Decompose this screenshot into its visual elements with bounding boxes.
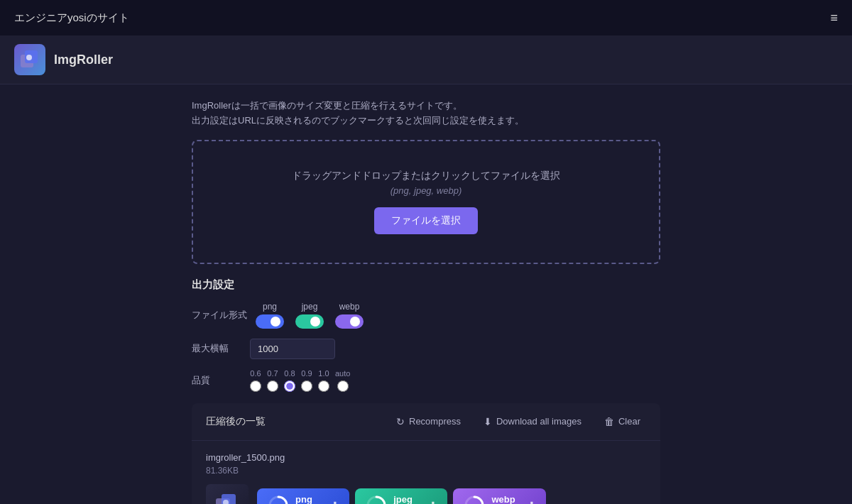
quality-08: 0.8 (284, 369, 295, 392)
quality-10: 1.0 (318, 369, 329, 392)
quality-06: 0.6 (250, 369, 261, 392)
quality-09: 0.9 (301, 369, 312, 392)
logo-bar: ImgRoller (0, 35, 852, 84)
png-toggle-item: png (256, 302, 284, 329)
file-row: -61% png 31.90KB ⬇ (206, 484, 646, 504)
png-info: png 31.90KB (295, 494, 325, 504)
webp-progress: -68% (463, 494, 486, 504)
settings-title: 出力設定 (192, 278, 660, 292)
max-width-label: 最大横幅 (192, 342, 241, 355)
quality-radio-07[interactable] (267, 380, 278, 392)
file-select-button[interactable]: ファイルを選択 (374, 207, 478, 234)
download-icon: ⬇ (484, 416, 492, 427)
webp-dl-icon: ⬇ (528, 500, 536, 504)
jpeg-download-button[interactable]: -41% jpeg 48.08KB ⬇ (355, 488, 447, 504)
desc-line1: ImgRollerは一括で画像のサイズ変更と圧縮を行えるサイトです。 (192, 99, 660, 114)
jpeg-toggle[interactable] (295, 314, 324, 329)
quality-radio-09[interactable] (301, 380, 312, 392)
quality-07: 0.7 (267, 369, 278, 392)
webp-toggle-item: webp (335, 302, 364, 329)
navbar: エンジニアyosiのサイト ≡ (0, 0, 852, 35)
description: ImgRollerは一括で画像のサイズ変更と圧縮を行えるサイトです。 出力設定は… (192, 99, 660, 128)
png-progress: -61% (267, 494, 290, 504)
file-item: imgroller_1500.png 81.36KB (192, 441, 660, 504)
quality-radio-06[interactable] (250, 380, 261, 392)
jpeg-info: jpeg 48.08KB (393, 494, 423, 504)
quality-options: 0.6 0.7 0.8 0.9 1.0 (250, 369, 356, 392)
recompress-icon: ↻ (396, 416, 405, 427)
file-name: imgroller_1500.png (206, 452, 646, 463)
compressed-panel: 圧縮後の一覧 ↻ Recompress ⬇ Download all image… (192, 403, 660, 504)
quality-row: 品質 0.6 0.7 0.8 0.9 (192, 369, 660, 392)
quality-radio-08[interactable] (284, 380, 295, 392)
download-all-label: Download all images (496, 416, 581, 427)
recompress-button[interactable]: ↻ Recompress (390, 413, 466, 430)
jpeg-toggle-item: jpeg (295, 302, 324, 329)
quality-radio-auto[interactable] (337, 380, 349, 392)
webp-toggle[interactable] (335, 314, 364, 329)
nav-title: エンジニアyosiのサイト (14, 11, 129, 25)
webp-info: webp 26.44KB (491, 494, 521, 504)
jpeg-label: jpeg (302, 302, 318, 312)
desc-line2: 出力設定はURLに反映されるのでブックマークすると次回同じ設定を使えます。 (192, 114, 660, 128)
dropzone-text: ドラッグアンドドロップまたはクリックしてファイルを選択 (207, 170, 645, 182)
file-format-row: ファイル形式 png jpeg (192, 302, 660, 329)
format-buttons: -61% png 31.90KB ⬇ (257, 488, 546, 504)
webp-download-button[interactable]: -68% webp 26.44KB ⬇ (453, 488, 545, 504)
compressed-title: 圧縮後の一覧 (206, 415, 266, 428)
logo-icon (14, 44, 45, 75)
clear-icon: 🗑 (604, 416, 614, 427)
png-toggle[interactable] (256, 314, 284, 329)
clear-label: Clear (618, 416, 640, 427)
max-width-row: 最大横幅 (192, 339, 660, 359)
menu-icon[interactable]: ≡ (830, 11, 838, 26)
file-thumbnail (206, 484, 248, 504)
jpeg-progress: -41% (365, 494, 388, 504)
file-format-label: ファイル形式 (192, 309, 247, 322)
dropzone-subtext: (png, jpeg, webp) (207, 185, 645, 196)
png-download-button[interactable]: -61% png 31.90KB ⬇ (257, 488, 349, 504)
header-actions: ↻ Recompress ⬇ Download all images 🗑 Cle… (390, 413, 646, 430)
output-settings: 出力設定 ファイル形式 png jpeg (192, 278, 660, 392)
quality-auto: auto (335, 369, 350, 392)
webp-label: webp (339, 302, 360, 312)
dropzone[interactable]: ドラッグアンドドロップまたはクリックしてファイルを選択 (png, jpeg, … (192, 140, 660, 264)
compressed-header: 圧縮後の一覧 ↻ Recompress ⬇ Download all image… (192, 403, 660, 441)
clear-button[interactable]: 🗑 Clear (599, 413, 646, 430)
download-all-button[interactable]: ⬇ Download all images (478, 413, 587, 430)
max-width-input[interactable] (250, 339, 335, 359)
main-content: ImgRollerは一括で画像のサイズ変更と圧縮を行えるサイトです。 出力設定は… (178, 99, 674, 504)
svg-point-2 (26, 55, 32, 60)
original-size: 81.36KB (206, 466, 646, 476)
quality-label: 品質 (192, 374, 241, 387)
png-label: png (263, 302, 277, 312)
quality-radio-10[interactable] (318, 380, 329, 392)
png-dl-icon: ⬇ (331, 500, 339, 504)
logo-name: ImgRoller (54, 53, 113, 67)
format-toggles: png jpeg webp (256, 302, 364, 329)
recompress-label: Recompress (409, 416, 461, 427)
jpeg-dl-icon: ⬇ (429, 500, 437, 504)
